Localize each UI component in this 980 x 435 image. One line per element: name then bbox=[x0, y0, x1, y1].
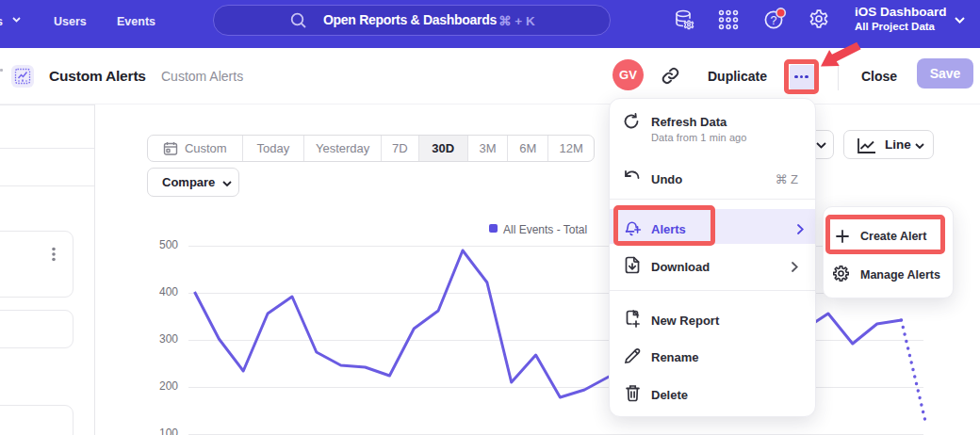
svg-text:?: ? bbox=[771, 14, 777, 27]
svg-text:100: 100 bbox=[159, 427, 178, 435]
svg-text:400: 400 bbox=[159, 285, 178, 298]
svg-text:500: 500 bbox=[159, 238, 178, 251]
svg-text:300: 300 bbox=[159, 332, 178, 346]
svg-text:200: 200 bbox=[159, 379, 178, 393]
